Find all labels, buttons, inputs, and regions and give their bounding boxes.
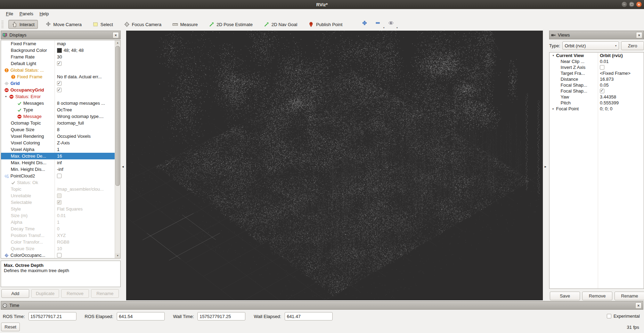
property-row-invert-z-axis-2[interactable]: Invert Z Axis [549,64,644,70]
property-row-color-transfor-30[interactable]: Color Transfor...RGB8 [1,239,120,245]
property-row-near-clip-1[interactable]: Near Clip ...0.01 [549,58,644,64]
property-row-min-height-dis-19[interactable]: Min. Height Dis...-inf [1,166,120,173]
remove-button[interactable]: Remove [582,292,612,300]
property-row-size-m-26[interactable]: Size (m)0.01 [1,212,120,219]
property-row-message-11[interactable]: MessageWrong octomap type.... [1,113,120,120]
displays-panel-header[interactable]: Displays × [1,31,121,39]
property-row-focal-shap-5[interactable]: Focal Shap...0.05 [549,82,644,88]
checkbox[interactable] [57,61,62,66]
collapse-left-icon[interactable]: ◂ [122,165,124,168]
maximize-icon[interactable] [629,1,635,7]
titlebar[interactable]: RViz* ‒ × [0,0,644,9]
property-row-occupancygrid-7[interactable]: OccupancyGrid [1,87,120,93]
tool-zoom-in[interactable] [362,20,369,29]
menu-file[interactable]: File [3,10,16,17]
tool-focus-camera[interactable]: Focus Camera [121,20,165,29]
add-button[interactable]: Add [1,289,29,298]
minimize-icon[interactable]: ‒ [621,1,627,7]
property-row-position-transf-29[interactable]: Position Transf...XYZ [1,232,120,239]
scroll-up-icon[interactable]: ▴ [115,40,120,45]
checkbox[interactable] [57,88,62,92]
property-row-selectable-24[interactable]: Selectable [1,199,120,206]
property-row-default-light-3[interactable]: Default Light [1,60,120,67]
property-row-target-fra-3[interactable]: Target Fra...<Fixed Frame> [549,70,644,76]
view-type-select[interactable]: Orbit (rviz) ▾ [562,41,619,50]
tool-interact[interactable]: Interact [8,20,38,29]
close-icon[interactable]: × [636,32,642,38]
property-row-fixed-frame-5[interactable]: Fixed FrameNo tf data. Actual err... [1,73,120,80]
checkbox[interactable] [600,65,604,70]
reset-button[interactable]: Reset [1,323,20,331]
property-row-status-error-8[interactable]: ▾Status: Error [1,93,120,100]
menu-panels[interactable]: Panels [16,10,36,17]
tool-measure[interactable]: Measure [169,20,201,29]
property-row-messages-9[interactable]: Messages8 octomap messages ... [1,100,120,106]
tool-2d-nav-goal[interactable]: 2D Nav Goal [260,20,301,29]
tool-select[interactable]: Select [89,20,116,29]
wall-elapsed-input[interactable] [285,312,333,320]
checkbox[interactable] [600,89,604,93]
time-panel-header[interactable]: Time × [1,301,643,310]
checkbox[interactable] [57,193,62,198]
zero-button[interactable]: Zero [621,41,644,50]
save-button[interactable]: Save [550,292,580,300]
property-row-max-octree-de-17[interactable]: Max. Octree De...16 [1,153,120,159]
property-row-background-color-1[interactable]: Background Color48; 48; 48 [1,47,120,54]
collapse-right-icon[interactable]: ▸ [545,165,546,168]
property-row-focal-shap-6[interactable]: Focal Shap... [549,88,644,94]
property-row-distance-4[interactable]: Distance16.873 [549,76,644,82]
ros-time-input[interactable] [28,312,76,320]
checkbox[interactable] [607,314,611,318]
property-row-status-ok-21[interactable]: Status: Ok [1,179,120,186]
tool-publish-point[interactable]: Publish Point [305,20,346,29]
property-row-decay-time-28[interactable]: Decay Time0 [1,225,120,232]
property-row-unreliable-23[interactable]: Unreliable [1,192,120,199]
views-panel-header[interactable]: Views × [549,31,644,39]
pointcloud-render[interactable] [126,31,543,300]
property-row-pointcloud2-20[interactable]: PointCloud2 [1,173,120,179]
property-row-voxel-coloring-15[interactable]: Voxel ColoringZ-Axis [1,140,120,146]
checkbox[interactable] [57,200,62,205]
property-row-grid-6[interactable]: Grid [1,80,120,87]
expand-down-icon[interactable]: ▾ [4,93,8,100]
menu-help[interactable]: Help [36,10,52,17]
scroll-down-icon[interactable]: ▾ [115,253,120,258]
experimental-checkbox[interactable]: Experimental [607,314,640,319]
checkbox[interactable] [57,174,62,178]
property-row-queue-size-31[interactable]: Queue Size10 [1,245,120,252]
property-row-pitch-8[interactable]: Pitch0.555399 [549,100,644,106]
toolbar-grip-icon[interactable] [1,20,3,29]
property-row-voxel-alpha-16[interactable]: Voxel Alpha1 [1,146,120,153]
checkbox[interactable] [57,253,62,257]
close-icon[interactable]: × [636,1,642,7]
color-swatch[interactable] [57,48,62,53]
property-row-queue-size-13[interactable]: Queue Size8 [1,126,120,133]
close-icon[interactable]: × [635,302,642,309]
property-row-alpha-27[interactable]: Alpha1 [1,219,120,225]
property-row-fixed-frame-0[interactable]: Fixed Framemap [1,40,120,47]
property-row-style-25[interactable]: StyleFlat Squares [1,206,120,212]
checkbox[interactable] [57,81,62,86]
tool-visibility[interactable]: ▾ [388,20,395,29]
property-row-voxel-rendering-14[interactable]: Voxel RenderingOccupied Voxels [1,133,120,140]
rename-button[interactable]: Rename [614,292,644,300]
property-row-yaw-7[interactable]: Yaw3.44358 [549,94,644,100]
3d-viewport[interactable] [126,31,543,300]
expand-down-icon[interactable]: ▾ [552,53,555,58]
tool-2d-pose-estimate[interactable]: 2D Pose Estimate [205,20,256,29]
expand-right-icon[interactable]: ▸ [552,106,555,112]
property-row-type-10[interactable]: TypeOcTree [1,106,120,113]
wall-time-input[interactable] [197,312,245,320]
property-row-topic-22[interactable]: Topic/map_assembler/clou... [1,186,120,192]
tool-move-camera[interactable]: Move Camera [42,20,85,29]
displays-scrollbar[interactable]: ▴ ▾ [115,40,120,258]
property-row-current-view-0[interactable]: ▾Current ViewOrbit (rviz) [549,53,644,58]
property-row-global-status-4[interactable]: Global Status: ... [1,67,120,73]
property-row-frame-rate-2[interactable]: Frame Rate30 [1,54,120,60]
property-row-coloroccupanc-32[interactable]: ColorOccupanc... [1,252,120,259]
property-row-octomap-topic-12[interactable]: Octomap Topic/octomap_full [1,120,120,126]
scrollbar-thumb[interactable] [115,46,120,186]
tool-zoom-out[interactable]: ▾ [375,20,382,29]
property-row-focal-point-9[interactable]: ▸Focal Point0; 0; 0 [549,106,644,112]
property-row-max-height-dis-18[interactable]: Max. Height Dis...inf [1,159,120,166]
